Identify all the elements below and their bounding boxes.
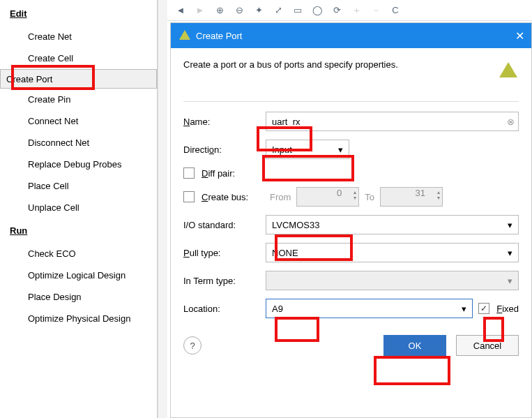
menu-check-eco[interactable]: Check ECO — [0, 243, 157, 264]
from-label: From — [270, 192, 291, 202]
menu-place-design[interactable]: Place Design — [0, 286, 157, 308]
section-run: Run Check ECO Optimize Logical Design Pl… — [0, 221, 157, 332]
pull-type-label: Pull type: — [183, 248, 266, 258]
location-label: Location: — [183, 304, 266, 314]
chevron-down-icon: ▾ — [338, 144, 343, 155]
zoom-out-icon[interactable]: ⊖ — [233, 4, 245, 17]
dialog-title-text: Create Port — [196, 31, 242, 41]
forward-icon[interactable]: ► — [194, 4, 206, 17]
cancel-button[interactable]: Cancel — [456, 335, 519, 356]
menu-place-cell[interactable]: Place Cell — [0, 175, 157, 197]
menu-unplace-cell[interactable]: Unplace Cell — [0, 197, 157, 218]
help-button[interactable]: ? — [183, 336, 202, 354]
location-value: A9 — [272, 304, 283, 314]
section-edit: Edit Create Net Create Cell Create Port … — [0, 4, 157, 221]
chevron-down-icon: ▾ — [462, 304, 466, 314]
bus-from-input[interactable]: 0▴▾ — [296, 187, 359, 207]
io-standard-label: I/O standard: — [183, 220, 266, 230]
menu-disconnect-net[interactable]: Disconnect Net — [0, 132, 157, 154]
menu-optimize-physical-design[interactable]: Optimize Physical Design — [0, 308, 157, 329]
direction-select[interactable]: Input ▾ — [266, 140, 349, 159]
menu-create-net[interactable]: Create Net — [0, 26, 157, 47]
location-select[interactable]: A9 ▾ — [266, 299, 473, 318]
sidebar: Edit Create Net Create Cell Create Port … — [0, 0, 158, 418]
back-icon[interactable]: ◄ — [174, 4, 187, 17]
section-header-edit: Edit — [0, 4, 157, 23]
name-input-wrapper: ⊗ — [266, 112, 519, 131]
expand-icon[interactable]: ⤢ — [272, 4, 284, 17]
select-icon[interactable]: ▭ — [291, 4, 304, 17]
create-bus-checkbox[interactable] — [183, 191, 195, 202]
sidebar-scrollbar[interactable] — [158, 0, 167, 418]
menu-create-cell[interactable]: Create Cell — [0, 47, 157, 69]
dialog-logo-icon — [179, 30, 190, 41]
in-term-type-label: In Term type: — [183, 276, 266, 286]
pull-type-value: NONE — [272, 248, 298, 258]
clear-name-icon[interactable]: ⊗ — [503, 117, 518, 127]
name-input[interactable] — [266, 112, 503, 130]
create-bus-label: Create bus: — [202, 192, 270, 202]
chevron-down-icon: ▾ — [508, 276, 512, 286]
in-term-type-select[interactable]: ▾ — [266, 271, 519, 290]
reload-icon[interactable]: C — [389, 4, 402, 17]
menu-connect-net[interactable]: Connect Net — [0, 110, 157, 132]
direction-value: Input — [272, 144, 292, 155]
close-icon[interactable]: ✕ — [515, 29, 524, 43]
diff-pair-checkbox[interactable] — [183, 167, 195, 179]
dialog-description: Create a port or a bus of ports and spec… — [183, 59, 398, 70]
fixed-label: Fixed — [496, 304, 519, 314]
menu-optimize-logical-design[interactable]: Optimize Logical Design — [0, 264, 157, 286]
io-standard-value: LVCMOS33 — [272, 220, 319, 230]
to-label: To — [365, 192, 374, 202]
target-icon[interactable]: ◯ — [311, 4, 324, 17]
main-pane: ◄ ► ⊕ ⊖ ✦ ⤢ ▭ ◯ ⟳ ＋ － C Create Port ✕ Cr… — [167, 0, 532, 418]
name-label: Name: — [183, 117, 266, 127]
remove-icon[interactable]: － — [370, 4, 382, 17]
zoom-in-icon[interactable]: ⊕ — [213, 4, 226, 17]
menu-create-pin[interactable]: Create Pin — [0, 89, 157, 110]
section-header-run: Run — [0, 221, 157, 240]
menu-replace-debug-probes[interactable]: Replace Debug Probes — [0, 154, 157, 175]
diff-pair-label: Diff pair: — [202, 168, 235, 179]
fixed-checkbox[interactable] — [478, 303, 489, 314]
menu-create-port[interactable]: Create Port — [0, 69, 157, 89]
brand-icon — [498, 59, 519, 80]
ok-button[interactable]: OK — [383, 335, 446, 356]
toolbar: ◄ ► ⊕ ⊖ ✦ ⤢ ▭ ◯ ⟳ ＋ － C — [167, 0, 532, 21]
pull-type-select[interactable]: NONE ▾ — [266, 243, 519, 262]
chevron-down-icon: ▾ — [508, 220, 512, 230]
fit-icon[interactable]: ✦ — [252, 4, 265, 17]
io-standard-select[interactable]: LVCMOS33 ▾ — [266, 215, 519, 234]
create-port-dialog: Create Port ✕ Create a port or a bus of … — [170, 22, 532, 418]
dialog-titlebar[interactable]: Create Port ✕ — [171, 23, 531, 48]
chevron-down-icon: ▾ — [508, 248, 512, 258]
bus-to-input[interactable]: 31▴▾ — [380, 187, 443, 207]
add-icon[interactable]: ＋ — [350, 4, 363, 17]
direction-label: Direction: — [183, 144, 266, 155]
refresh-icon[interactable]: ⟳ — [330, 4, 343, 17]
